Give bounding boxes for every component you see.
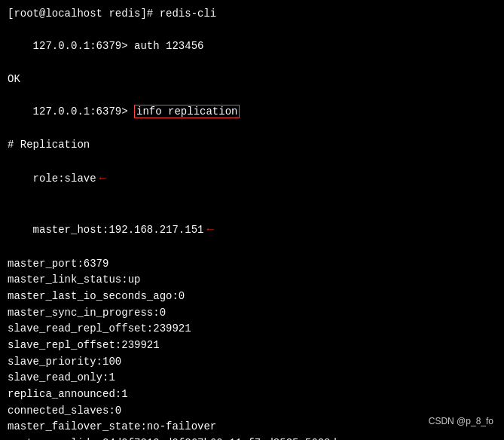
prompt-info-text: 127.0.0.1:6379> [33,105,134,118]
line-11: master_sync_in_progress:0 [8,305,496,322]
auth-command: auth 123456 [134,40,203,52]
prompt-text: 127.0.0.1:6379> [33,40,134,52]
line-13: slave_repl_offset:239921 [8,338,496,354]
line-15: slave_read_only:1 [8,370,496,387]
line-16: replica_announced:1 [8,387,496,403]
line-master-host: master_host:192.168.217.151← [8,204,496,255]
line-18: master_failover_state:no-failover [8,419,496,435]
arrow-icon-1: ← [99,170,107,188]
line-9: master_link_status:up [8,272,496,289]
line-17: connected_slaves:0 [8,403,496,420]
terminal-window: [root@localhost redis]# redis-cli 127.0.… [0,0,504,440]
line-3: OK [8,72,496,88]
section-header: # Replication [8,137,496,154]
arrow-icon-2: ← [206,221,214,240]
line-2: 127.0.0.1:6379> auth 123456 [8,23,496,72]
info-replication-command: info replication [134,105,240,118]
line-4: 127.0.0.1:6379> info replication [8,87,496,136]
line-10: master_last_io_seconds_ago:0 [8,289,496,305]
watermark-label: CSDN @p_8_fo [429,416,493,426]
master-host-text: master_host:192.168.217.151 [33,224,204,236]
line-19: master_replid:e24d9f7310cd9f367b60e11af7… [8,435,496,440]
line-12: slave_read_repl_offset:239921 [8,321,496,338]
role-text: role:slave [33,173,96,185]
line-8: master_port:6379 [8,256,496,273]
line-role: role:slave← [8,153,496,204]
line-14: slave_priority:100 [8,354,496,371]
line-1: [root@localhost redis]# redis-cli [8,6,496,23]
